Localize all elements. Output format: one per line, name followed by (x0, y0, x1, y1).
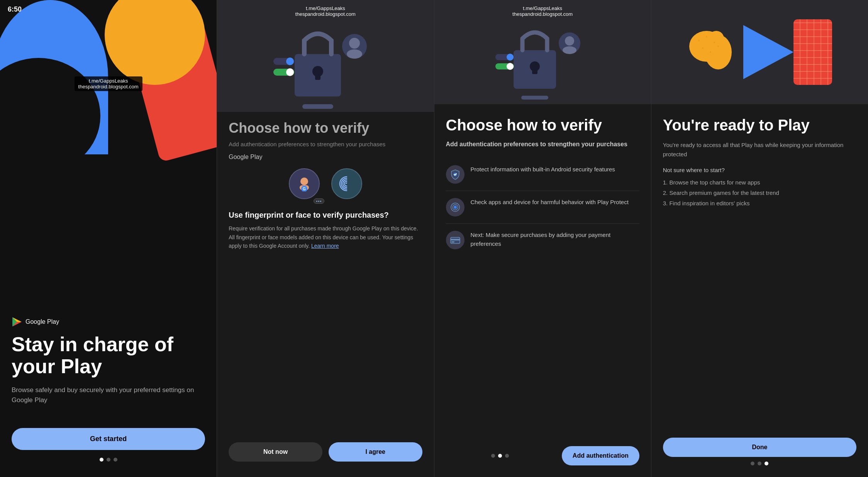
panel-1: 6:50 t.me/GappsLeaks thespandroid.blogsp… (0, 0, 217, 477)
svg-point-42 (702, 47, 704, 49)
svg-point-9 (347, 49, 362, 59)
dot-p4-1 (751, 462, 754, 465)
learn-more-link[interactable]: Learn more (311, 243, 339, 249)
svg-rect-32 (451, 239, 460, 240)
list-item-2: 2. Search premium games for the latest t… (663, 188, 856, 198)
svg-point-24 (563, 46, 576, 54)
panel1-content: Google Play Stay in charge of your Play … (0, 305, 217, 477)
svg-point-41 (714, 42, 715, 43)
card-icon (450, 235, 461, 245)
svg-point-8 (349, 38, 360, 49)
panel2-watermark: t.me/GappsLeaks thespandroid.blogspot.co… (295, 5, 356, 17)
svg-point-4 (286, 58, 294, 65)
feature-2: Check apps and device for harmful behavi… (446, 191, 639, 224)
panel2-scroll: Choose how to verify Add authentication … (217, 112, 434, 442)
svg-point-21 (507, 63, 514, 70)
panel4-title: You're ready to Play (663, 116, 856, 134)
panel4-content: You're ready to Play You're ready to acc… (651, 104, 868, 431)
svg-marker-45 (743, 25, 793, 79)
play-icon (736, 21, 797, 83)
agree-button[interactable]: I agree (329, 442, 422, 462)
google-play-text: Google Play (229, 154, 422, 161)
not-now-button[interactable]: Not now (229, 442, 322, 462)
panel2-buttons: Not now I agree (217, 442, 434, 477)
panel2-heading: Choose how to verify (229, 120, 422, 136)
face-icon: G (297, 176, 312, 191)
panel1-watermark: t.me/GappsLeaks thespandroid.blogspot.co… (75, 76, 142, 91)
radar-icon (450, 202, 461, 213)
svg-point-11 (300, 178, 308, 185)
radar-icon-circle (446, 198, 465, 217)
feature-1-text: Protect information with built-in Androi… (471, 165, 615, 174)
dot-p3-2 (498, 454, 502, 458)
svg-point-6 (286, 68, 294, 76)
panel4-icons-row (687, 19, 832, 85)
panel2-subtext: Add authentication preferences to streng… (229, 141, 422, 147)
brain-icon (687, 25, 741, 79)
panel4-bottom: Done (651, 431, 868, 477)
shield-icon-circle (446, 165, 465, 184)
panel1-title: Stay in charge of your Play (12, 333, 205, 377)
panel3-lock-illustration (488, 19, 597, 104)
svg-rect-33 (451, 242, 454, 242)
panel3-watermark: t.me/GappsLeaks thespandroid.blogspot.co… (512, 5, 573, 17)
feature-2-text: Check apps and device for harmful behavi… (471, 198, 629, 207)
panel3-content: Choose how to verify Add authentication … (434, 104, 651, 440)
panel3-subtitle: Add authentication preferences to streng… (446, 140, 639, 149)
list-item-1: 1. Browse the top charts for new apps (663, 177, 856, 188)
dot-1 (100, 458, 103, 462)
svg-text:G: G (303, 187, 306, 191)
svg-point-29 (454, 206, 456, 208)
svg-point-23 (565, 36, 574, 46)
google-play-logo: Google Play (12, 316, 205, 327)
panel4-not-sure: Not sure where to start? (663, 167, 856, 173)
list-item-3: 3. Find inspiration in editors' picks (663, 198, 856, 208)
panel4-desc: You're ready to access all that Play has… (663, 140, 856, 159)
panel4-list: 1. Browse the top charts for new apps 2.… (663, 177, 856, 208)
fingerprint-icon (338, 175, 355, 192)
dot-p4-2 (758, 462, 761, 465)
panel4-dots (663, 462, 856, 465)
svg-point-39 (698, 40, 700, 41)
feature-1: Protect information with built-in Androi… (446, 158, 639, 191)
grid-shape (793, 19, 832, 85)
panel3-title: Choose how to verify (446, 116, 639, 134)
add-authentication-button[interactable]: Add authentication (562, 446, 639, 465)
dot-2 (107, 458, 110, 462)
svg-point-36 (692, 36, 706, 49)
google-play-icon (12, 316, 22, 327)
svg-point-43 (710, 51, 711, 53)
panel-3: t.me/GappsLeaks thespandroid.blogspot.co… (434, 0, 651, 477)
panel1-subtitle: Browse safely and buy securely with your… (12, 385, 205, 405)
get-started-button[interactable]: Get started (12, 428, 205, 450)
dot-p4-3 (765, 462, 768, 465)
svg-point-38 (718, 44, 730, 56)
panel3-bottom: Add authentication (434, 440, 651, 477)
panel1-dots (12, 458, 205, 462)
dot-3 (114, 458, 117, 462)
feature-3: Next: Make secure purchases by adding yo… (446, 224, 639, 256)
status-time: 6:50 (8, 5, 22, 14)
lock-illustration (264, 19, 387, 112)
card-icon-circle (446, 231, 465, 249)
done-button[interactable]: Done (663, 438, 856, 457)
svg-point-37 (709, 31, 724, 46)
svg-rect-17 (532, 66, 537, 74)
svg-rect-10 (302, 104, 333, 109)
panel-2: t.me/GappsLeaks thespandroid.blogspot.co… (217, 0, 434, 477)
dot-p3-1 (491, 454, 495, 458)
svg-rect-2 (315, 71, 320, 80)
panel2-use-title: Use fingerprint or face to verify purcha… (229, 211, 422, 220)
svg-point-19 (507, 54, 514, 61)
panel4-top (651, 0, 868, 104)
panel3-dots (446, 454, 554, 458)
svg-point-40 (706, 36, 707, 37)
svg-rect-25 (521, 96, 548, 100)
panel2-top: t.me/GappsLeaks thespandroid.blogspot.co… (217, 0, 434, 112)
biometric-row: G (229, 168, 422, 203)
dot-p3-3 (505, 454, 509, 458)
shield-icon (450, 169, 461, 180)
panel3-top: t.me/GappsLeaks thespandroid.blogspot.co… (434, 0, 651, 104)
feature-3-text: Next: Make secure purchases by adding yo… (471, 231, 639, 248)
panel2-use-desc: Require verification for all purchases m… (229, 224, 422, 250)
